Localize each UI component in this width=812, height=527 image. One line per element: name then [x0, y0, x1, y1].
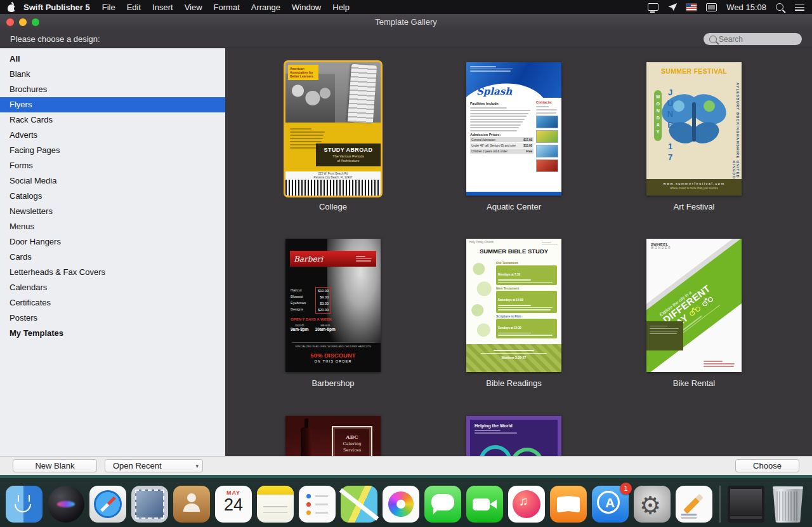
safari-icon[interactable]: [89, 486, 126, 523]
sidebar-item-certificates[interactable]: Certificates: [0, 295, 225, 310]
minimize-button[interactable]: [19, 18, 27, 26]
section-label: Old Testament: [496, 261, 557, 265]
menu-arrange[interactable]: Arrange: [251, 3, 280, 12]
location-line: AYLESBURY: [732, 83, 740, 110]
sidebar-item-posters[interactable]: Posters: [0, 310, 225, 326]
sidebar-item-catalogs[interactable]: Catalogs: [0, 189, 225, 204]
template-grid: American Association for Better Learners…: [225, 48, 812, 456]
text-line: [356, 258, 372, 260]
finder-icon[interactable]: [6, 486, 43, 523]
maps-icon[interactable]: [341, 486, 377, 523]
text-line: [290, 135, 324, 136]
menu-window[interactable]: Window: [292, 3, 321, 12]
photos-icon[interactable]: [383, 486, 419, 523]
text-line: [704, 363, 735, 364]
sidebar-item-blank[interactable]: Blank: [0, 67, 225, 82]
books-icon[interactable]: [550, 486, 587, 523]
template-caption: Barbershop: [285, 378, 381, 388]
price-value: $17.00: [523, 138, 532, 142]
sidebar-item-cards[interactable]: Cards: [0, 250, 225, 265]
pisa-tower-photo: [348, 64, 377, 124]
charity-ring: [511, 448, 544, 456]
sidebar-item-menus[interactable]: Menus: [0, 219, 225, 234]
sidebar-item-all[interactable]: All: [0, 51, 225, 67]
menu-clock[interactable]: Wed 15:08: [726, 3, 766, 12]
template-thumbnail-art-festival[interactable]: SUMMER FESTIVAL MONDAY JUNE 17 AYLESBURY: [646, 62, 742, 196]
sidebar-item-newsletters[interactable]: Newsletters: [0, 204, 225, 219]
sidebar-item-calendars[interactable]: Calendars: [0, 280, 225, 295]
menu-format[interactable]: Format: [214, 3, 240, 12]
minimized-window-icon[interactable]: [728, 486, 764, 523]
facetime-icon[interactable]: [466, 486, 503, 523]
sidebar-item-rack-cards[interactable]: Rack Cards: [0, 112, 225, 128]
text-line: [704, 361, 723, 362]
calendar-icon[interactable]: MAY 24: [215, 486, 252, 523]
chevron-down-icon: ▾: [195, 460, 199, 472]
template-thumbnail-barbershop[interactable]: Barberi Haircut Blowout Eyebrows Designs…: [285, 239, 381, 372]
aquatic-footer-band: [466, 192, 561, 196]
sidebar-item-letterheads[interactable]: Letterheads & Fax Covers: [0, 265, 225, 280]
close-button[interactable]: [6, 18, 14, 26]
messages-icon[interactable]: [424, 486, 461, 523]
section-box: Mondays at 7:30: [496, 265, 557, 285]
text-line: [470, 127, 519, 128]
notes-icon[interactable]: [257, 486, 294, 523]
sidebar-item-door-hangers[interactable]: Door Hangers: [0, 234, 225, 250]
template-thumbnail-aquatic[interactable]: Splash Facilities Include: Admission Pri…: [466, 62, 561, 196]
menu-edit[interactable]: Edit: [127, 3, 141, 12]
airdrop-icon[interactable]: [668, 3, 677, 11]
hours-weekend: sat-sun 10am-6pm: [315, 324, 336, 331]
sidebar-item-social-media[interactable]: Social Media: [0, 173, 225, 189]
displays-icon[interactable]: [706, 3, 717, 11]
open-recent-dropdown[interactable]: Open Recent ▾: [105, 459, 203, 472]
text-line: [498, 279, 531, 281]
section-lines: [498, 279, 555, 283]
college-address: 225 W. Front Beach Rd Panama City Beach,…: [285, 171, 381, 180]
template-thumbnail-catering[interactable]: ABC Catering Services: [285, 416, 381, 456]
text-line: [290, 131, 325, 133]
contacts-lines: [536, 106, 558, 114]
barbershop-note: SPECIALIZED IN ALL MEN, WOMEN AND CHILDR…: [285, 345, 381, 348]
swift-publisher-icon[interactable]: [676, 486, 712, 523]
menu-help[interactable]: Help: [332, 3, 350, 12]
display-icon[interactable]: [648, 3, 658, 11]
price-item: Children 2 years old & under: [471, 150, 508, 153]
sidebar-item-forms[interactable]: Forms: [0, 158, 225, 173]
template-thumbnail-charity[interactable]: Helping the World: [466, 416, 561, 456]
app-store-icon[interactable]: 1: [592, 486, 629, 523]
sidebar-item-flyers[interactable]: Flyers: [0, 97, 225, 112]
choose-button[interactable]: Choose: [735, 459, 799, 472]
siri-icon[interactable]: [48, 486, 84, 523]
new-blank-button[interactable]: New Blank: [13, 459, 97, 472]
menu-file[interactable]: File: [102, 3, 115, 12]
text-line: [650, 328, 679, 330]
apple-menu-icon[interactable]: [8, 2, 16, 12]
input-source-flag-icon[interactable]: [686, 4, 697, 11]
template-thumbnail-college[interactable]: American Association for Better Learners…: [285, 62, 381, 196]
template-thumbnail-bike[interactable]: 2WHEEL WONDER Explore the city in a DIFF…: [646, 239, 742, 372]
search-input[interactable]: Search: [704, 33, 802, 45]
itunes-icon[interactable]: [508, 486, 545, 523]
calendar-day: 24: [215, 495, 252, 515]
price-row: Under 48" tall, Seniors 65 and over $15.…: [470, 143, 534, 148]
reminders-icon[interactable]: [299, 486, 336, 523]
menu-view[interactable]: View: [185, 3, 202, 12]
window-title-bar: Template Gallery: [0, 14, 812, 30]
sidebar-item-adverts[interactable]: Adverts: [0, 128, 225, 143]
sidebar-item-my-templates[interactable]: My Templates: [0, 326, 225, 341]
spotlight-icon[interactable]: [776, 3, 783, 11]
zoom-button[interactable]: [32, 18, 39, 26]
trash-icon[interactable]: [769, 486, 806, 523]
system-preferences-icon[interactable]: [634, 486, 671, 523]
contacts-icon[interactable]: [173, 486, 210, 523]
sidebar-item-facing-pages[interactable]: Facing Pages: [0, 143, 225, 158]
sidebar-item-brochures[interactable]: Brochures: [0, 82, 225, 97]
mail-icon[interactable]: [131, 486, 168, 523]
menu-insert[interactable]: Insert: [152, 3, 173, 12]
text-line: [470, 113, 528, 114]
app-menu-title[interactable]: Swift Publisher 5: [23, 3, 90, 12]
template-thumbnail-bible[interactable]: Holy Trinity Church SUMMER BIBLE STUDY O…: [466, 239, 561, 372]
notification-center-icon[interactable]: [795, 4, 804, 11]
festival-day: MONDAY: [654, 90, 662, 141]
charity-title: Helping the World: [475, 424, 553, 428]
